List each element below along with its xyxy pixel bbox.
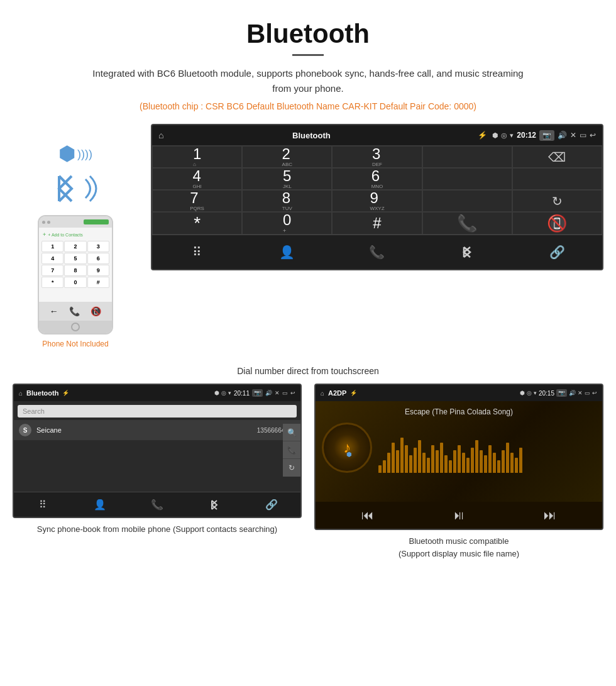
status-time: 20:12 <box>517 131 536 140</box>
status-right: ⬢ ◎ ▾ 20:12 📷 🔊 ✕ ▭ ↩ <box>492 130 596 141</box>
phonebook-item: ⌂ Bluetooth ⚡ ⬢ ◎ ▾ 20:11 📷 🔊 ✕ ▭ ↩ <box>13 384 302 560</box>
dial-key-0[interactable]: 0 + <box>242 212 332 235</box>
pb-contact-row: S Seicane 13566664466 <box>14 420 300 440</box>
music-status-right: ⬢ ◎ ▾ 20:15 📷 🔊 ✕ ▭ ↩ <box>520 389 597 397</box>
nav-contacts[interactable]: 👤 <box>242 235 332 269</box>
phone-key-9: 9 <box>87 265 109 276</box>
main-caption: Dial number direct from touchscreen <box>0 361 616 384</box>
back-icon: ↩ <box>590 131 596 140</box>
phone-end-btn: 📵 <box>91 306 101 316</box>
nav-bluetooth[interactable] <box>422 235 512 269</box>
pb-bottom-nav: ⠿ 👤 📞 🔗 <box>14 492 300 517</box>
pb-nav-bt[interactable] <box>186 492 243 517</box>
phone-back-btn: ← <box>50 306 58 316</box>
nav-link[interactable]: 🔗 <box>512 235 602 269</box>
pb-status-right: ⬢ ◎ ▾ 20:11 📷 🔊 ✕ ▭ ↩ <box>214 389 295 397</box>
music-prev[interactable]: ⏮ <box>361 508 374 523</box>
phone-keypad: 1 2 3 4 5 6 7 8 9 * 0 # <box>41 241 109 288</box>
page-header: Bluetooth Integrated with BC6 Bluetooth … <box>0 0 616 124</box>
phone-key-hash: # <box>87 277 109 288</box>
music-home-icon: ⌂ <box>321 390 324 397</box>
nav-call[interactable]: 📞 <box>332 235 422 269</box>
music-cam-icon: 📷 <box>556 389 567 397</box>
phone-key-8: 8 <box>64 265 86 276</box>
home-circle <box>71 323 80 331</box>
dial-empty-3 <box>512 168 602 190</box>
dial-key-hash[interactable]: # <box>332 212 422 235</box>
pb-content: Search S Seicane 13566664466 🔍 📞 ↻ <box>14 405 300 492</box>
dial-key-4[interactable]: 4 GHI <box>152 168 242 190</box>
dial-key-2[interactable]: 2 ABC <box>242 146 332 168</box>
music-item: ⌂ A2DP ⚡ ⬢ ◎ ▾ 20:15 📷 🔊 ✕ ▭ ↩ Escape (T… <box>314 384 603 560</box>
pb-signal-icon: ▾ <box>228 390 231 396</box>
music-content: Escape (The Pina Colada Song) ♪ ⬢ <box>316 401 602 502</box>
music-main: ♪ ⬢ <box>322 423 596 473</box>
phone-not-included: Phone Not Included <box>42 340 108 348</box>
pb-usb-icon: ⚡ <box>62 390 69 396</box>
dial-key-star[interactable]: * <box>152 212 242 235</box>
phone-top-bar <box>39 216 112 228</box>
main-status-bar: ⌂ Bluetooth ⚡ ⬢ ◎ ▾ 20:12 📷 🔊 ✕ ▭ ↩ <box>152 125 602 145</box>
main-content: ⬢ )))) <box>0 124 616 348</box>
dial-key-9[interactable]: 9 WXYZ <box>332 190 422 212</box>
dial-call-red[interactable]: 📵 <box>512 212 602 235</box>
pb-gps-icon: ◎ <box>221 390 226 396</box>
dial-key-8[interactable]: 8 TUV <box>242 190 332 212</box>
phonebook-screen: ⌂ Bluetooth ⚡ ⬢ ◎ ▾ 20:11 📷 🔊 ✕ ▭ ↩ <box>13 384 302 518</box>
phone-key-0: 0 <box>64 277 86 288</box>
pb-contact-letter: S <box>19 424 31 436</box>
dial-reload[interactable]: ↻ <box>512 190 602 212</box>
bluetooth-icon: ⬢ <box>58 143 75 165</box>
pb-win-icon: ▭ <box>282 390 288 396</box>
phone-key-star: * <box>41 277 63 288</box>
music-screen: ⌂ A2DP ⚡ ⬢ ◎ ▾ 20:15 📷 🔊 ✕ ▭ ↩ Escape (T… <box>314 384 603 530</box>
pb-reload-icon[interactable]: ↻ <box>283 459 300 477</box>
music-gps-icon: ◎ <box>527 390 532 396</box>
music-visualizer <box>378 423 596 473</box>
music-play-pause[interactable]: ⏯ <box>453 508 465 523</box>
main-screen-mockup: ⌂ Bluetooth ⚡ ⬢ ◎ ▾ 20:12 📷 🔊 ✕ ▭ ↩ <box>151 124 603 270</box>
pb-status-bar: ⌂ Bluetooth ⚡ ⬢ ◎ ▾ 20:11 📷 🔊 ✕ ▭ ↩ <box>14 385 300 401</box>
dial-key-1[interactable]: 1 ⌂ <box>152 146 242 168</box>
dial-key-5[interactable]: 5 JKL <box>242 168 332 190</box>
dial-key-6[interactable]: 6 MNO <box>332 168 422 190</box>
signal-icon: ▾ <box>510 131 514 140</box>
pb-search-bar[interactable]: Search <box>18 405 297 418</box>
pb-cam-icon: 📷 <box>252 389 263 397</box>
music-next[interactable]: ⏭ <box>544 508 556 523</box>
music-title: A2DP <box>328 389 346 397</box>
music-vol-icon: 🔊 <box>569 390 576 396</box>
pb-search-icon[interactable]: 🔍 <box>283 424 300 441</box>
phone-key-1: 1 <box>41 241 63 252</box>
pb-phone-icon[interactable]: 📞 <box>283 441 300 459</box>
music-controls: ⏮ ⏯ ⏭ <box>316 502 602 529</box>
dial-key-7[interactable]: 7 PQRS <box>152 190 242 212</box>
pb-nav-link[interactable]: 🔗 <box>243 492 300 517</box>
pb-back-icon: ↩ <box>290 390 295 396</box>
music-usb-icon: ⚡ <box>350 390 357 396</box>
nav-apps[interactable]: ⠿ <box>152 235 242 269</box>
bottom-row: ⌂ Bluetooth ⚡ ⬢ ◎ ▾ 20:11 📷 🔊 ✕ ▭ ↩ <box>0 384 616 572</box>
pb-x-icon: ✕ <box>275 390 280 396</box>
phone-container: ⬢ )))) <box>13 124 138 348</box>
pb-nav-contacts[interactable]: 👤 <box>71 492 128 517</box>
phone-call-btn: 📞 <box>69 306 80 316</box>
phone-key-5: 5 <box>64 253 86 264</box>
pb-sidebar: 🔍 📞 ↻ <box>283 424 300 477</box>
pb-nav-call[interactable]: 📞 <box>128 492 185 517</box>
pb-time: 20:11 <box>234 390 250 397</box>
screen-wrapper: ⌂ Bluetooth ⚡ ⬢ ◎ ▾ 20:12 📷 🔊 ✕ ▭ ↩ <box>151 124 603 270</box>
pb-bt-icon: ⬢ <box>214 390 219 396</box>
dial-key-3[interactable]: 3 DEF <box>332 146 422 168</box>
signal-waves <box>82 173 101 204</box>
dial-call-green[interactable]: 📞 <box>422 212 512 235</box>
gps-icon: ◎ <box>501 131 507 140</box>
pb-nav-apps[interactable]: ⠿ <box>14 492 71 517</box>
signal-arc-1: )))) <box>77 148 92 160</box>
pb-empty-space <box>14 441 300 492</box>
bluetooth-symbol <box>50 170 81 207</box>
dial-delete[interactable]: ⌫ <box>512 146 602 168</box>
dial-empty-1 <box>422 146 512 168</box>
status-icons: ⬢ ◎ ▾ <box>492 131 514 140</box>
music-back-icon: ↩ <box>592 390 597 396</box>
